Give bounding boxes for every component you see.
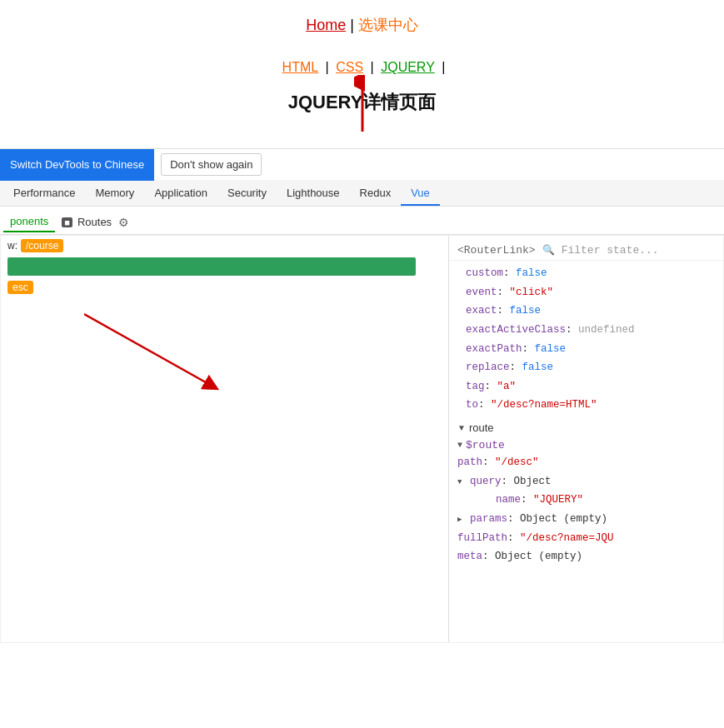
tab-vue[interactable]: Vue <box>401 187 440 206</box>
route-meta-line: meta: Object (empty) <box>449 547 723 566</box>
prop-to: to: "/desc?name=HTML" <box>457 396 715 415</box>
route-bar: w: /course <box>1 236 448 256</box>
filter-label: Filter state... <box>562 244 659 257</box>
home-link[interactable]: Home <box>306 17 346 33</box>
tab-memory[interactable]: Memory <box>85 187 144 206</box>
sroute-label: $route <box>466 439 505 451</box>
right-panel[interactable]: <RouterLink> 🔍 Filter state... custom: f… <box>449 236 723 642</box>
left-panel: w: /course esc <box>1 236 449 642</box>
switch-devtools-button[interactable]: Switch DevTools to Chinese <box>0 149 154 181</box>
prop-exact-path: exactPath: false <box>457 340 715 359</box>
route-path-line: path: "/desc" <box>449 453 723 472</box>
router-link-bar-container <box>1 256 448 277</box>
routes-icon: ■ <box>62 217 72 227</box>
vue-subtabs-bar: ponents ■ Routes ⚙ <box>0 207 724 235</box>
desc-badge: esc <box>7 281 33 294</box>
prop-replace: replace: false <box>457 358 715 377</box>
tab-application[interactable]: Application <box>144 187 217 206</box>
red-up-arrow-icon <box>354 75 371 133</box>
subtab-components[interactable]: ponents <box>3 212 55 232</box>
subtab-routes[interactable]: ■ Routes ⚙ <box>55 212 136 232</box>
prop-tag: tag: "a" <box>457 377 715 396</box>
css-link[interactable]: CSS <box>336 60 363 74</box>
route-name-line: name: "JQUERY" <box>449 491 723 510</box>
filter-icon: 🔍 <box>542 244 555 257</box>
tab-performance[interactable]: Performance <box>3 187 85 206</box>
prop-custom: custom: false <box>457 264 715 283</box>
svg-line-3 <box>84 314 217 389</box>
devtools-tabs-bar: Performance Memory Application Security … <box>0 180 724 207</box>
red-diagonal-arrow-icon <box>84 306 251 406</box>
route-section-label: route <box>469 421 494 434</box>
tab-lighthouse[interactable]: Lighthouse <box>277 187 350 206</box>
devtools-banner: Switch DevTools to Chinese Don't show ag… <box>0 148 724 180</box>
components-tab-label: ponents <box>10 215 48 227</box>
route-section-header: ▼ route <box>449 418 723 437</box>
jquery-link[interactable]: JQUERY <box>381 60 435 74</box>
sroute-header: ▼ $route <box>449 437 723 453</box>
course-link[interactable]: 选课中心 <box>358 17 418 33</box>
prop-event: event: "click" <box>457 283 715 302</box>
route-params-line: ▶ params: Object (empty) <box>449 510 723 529</box>
tab-redux[interactable]: Redux <box>350 187 402 206</box>
puzzle-icon: ⚙ <box>118 216 129 229</box>
subnav-sep1: | <box>326 60 333 74</box>
tab-security[interactable]: Security <box>217 187 277 206</box>
subnav-sep3: | <box>442 60 445 74</box>
dont-show-again-button[interactable]: Don't show again <box>161 153 262 176</box>
route-fullpath-line: fullPath: "/desc?name=JQU <box>449 529 723 548</box>
routes-tab-label: Routes <box>77 216 112 228</box>
route-prefix: w: <box>7 240 17 252</box>
subnav-sep2: | <box>371 60 378 74</box>
route-query-line: ▼ query: Object <box>449 472 723 491</box>
top-navigation: Home | 选课中心 <box>0 0 724 43</box>
devtools-main-content: w: /course esc <RouterLink> 🔍 <box>0 235 724 643</box>
router-link-header: <RouterLink> 🔍 Filter state... <box>449 241 723 261</box>
router-link-green-bar[interactable] <box>7 257 416 276</box>
properties-block: custom: false event: "click" exact: fals… <box>449 261 723 418</box>
nav-separator-1: | <box>350 17 358 33</box>
route-path-badge: /course <box>21 239 63 252</box>
router-link-tag: <RouterLink> <box>457 244 536 257</box>
prop-exact-active-class: exactActiveClass: undefined <box>457 321 715 340</box>
prop-exact: exact: false <box>457 302 715 321</box>
arrow-diag-container <box>1 306 448 406</box>
html-link[interactable]: HTML <box>282 60 319 74</box>
